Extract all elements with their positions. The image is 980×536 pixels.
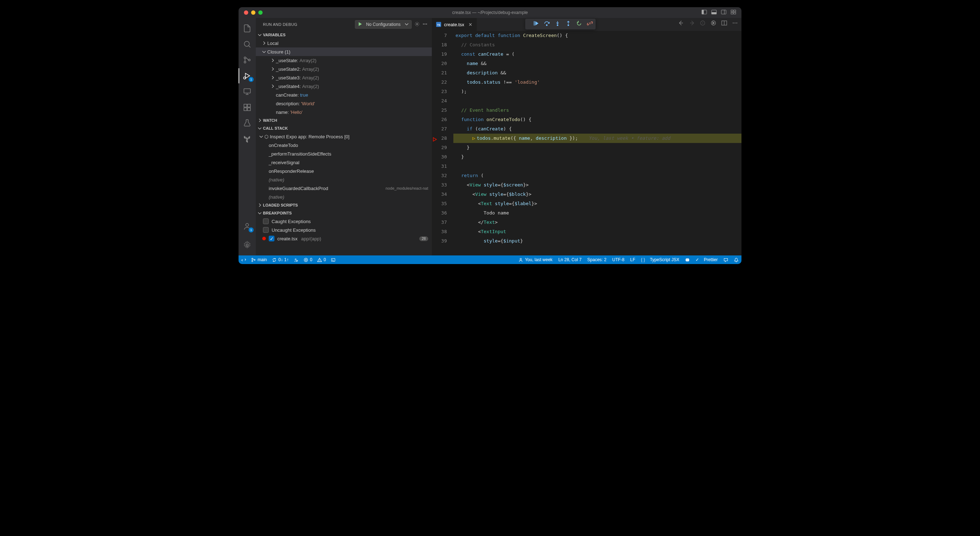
stack-frame-4[interactable]: (native) bbox=[256, 175, 432, 184]
gear-icon[interactable] bbox=[415, 22, 420, 28]
line-gutter[interactable]: 7 18 19 20 21 22 23 24 25 26 27 28 29 30… bbox=[432, 31, 453, 255]
svg-point-20 bbox=[246, 223, 248, 226]
git-sync[interactable]: 0↓ 1↑ bbox=[272, 257, 289, 262]
testing-icon[interactable] bbox=[239, 116, 256, 131]
close-window[interactable] bbox=[244, 10, 248, 15]
watch-section[interactable]: WATCH bbox=[256, 116, 432, 124]
step-out-icon[interactable] bbox=[565, 21, 571, 28]
checkbox[interactable] bbox=[263, 218, 269, 224]
remote-indicator[interactable] bbox=[242, 258, 246, 262]
search-icon[interactable] bbox=[239, 37, 256, 52]
step-over-icon[interactable] bbox=[544, 21, 550, 28]
status-bar: main 0↓ 1↑ 0 0 You, last week Ln 28, Col… bbox=[239, 255, 741, 264]
ts-file-icon: TS bbox=[436, 22, 441, 27]
restart-icon[interactable] bbox=[576, 21, 582, 28]
checkbox[interactable] bbox=[263, 227, 269, 233]
split-editor-icon[interactable] bbox=[721, 20, 727, 27]
stack-frame-2[interactable]: _receiveSignal bbox=[256, 158, 432, 167]
extensions-icon[interactable] bbox=[239, 100, 256, 115]
stack-frame-1[interactable]: _performTransitionSideEffects bbox=[256, 150, 432, 158]
more-actions-icon[interactable] bbox=[732, 20, 738, 27]
stack-frame-6[interactable]: (native) bbox=[256, 192, 432, 201]
git-blame: You, last week • feature: add bbox=[589, 135, 673, 141]
var-usestate1[interactable]: _useState: Array(2) bbox=[256, 56, 432, 65]
stack-frame-0[interactable]: onCreateTodo bbox=[256, 141, 432, 150]
tab-close-icon[interactable]: ✕ bbox=[468, 22, 473, 27]
var-usestate2[interactable]: _useState2: Array(2) bbox=[256, 65, 432, 73]
encoding[interactable]: UTF-8 bbox=[612, 257, 624, 262]
minimize-window[interactable] bbox=[251, 10, 255, 15]
var-usestate3[interactable]: _useState3: Array(2) bbox=[256, 73, 432, 82]
svg-point-48 bbox=[295, 259, 296, 260]
bp-file[interactable]: ✓ create.tsx app/(app) 28 bbox=[256, 234, 432, 243]
cursor-position[interactable]: Ln 28, Col 7 bbox=[558, 257, 582, 262]
debug-process[interactable]: ⬡Inspect Expo app: Remote Process [0] bbox=[256, 132, 432, 141]
live-share[interactable] bbox=[294, 258, 299, 262]
prettier[interactable]: ✓ Prettier bbox=[695, 257, 718, 262]
bp-caught[interactable]: Caught Exceptions bbox=[256, 217, 432, 226]
debug-toolbar[interactable] bbox=[525, 19, 596, 29]
source-control-icon[interactable] bbox=[239, 52, 256, 68]
tab-create[interactable]: TS create.tsx ✕ bbox=[432, 18, 477, 31]
more-icon[interactable] bbox=[422, 22, 428, 28]
titlebar: create.tsx — ~/Projects/debug-example bbox=[239, 7, 741, 18]
var-name[interactable]: name: 'Hello' bbox=[256, 108, 432, 116]
var-cancreate[interactable]: canCreate: true bbox=[256, 91, 432, 99]
indentation[interactable]: Spaces: 2 bbox=[587, 257, 606, 262]
start-debug-icon[interactable] bbox=[358, 22, 363, 28]
breakpoints-section[interactable]: BREAKPOINTS bbox=[256, 209, 432, 217]
scope-local[interactable]: Local bbox=[256, 39, 432, 48]
feedback-icon[interactable] bbox=[724, 258, 728, 262]
continue-icon[interactable] bbox=[533, 21, 539, 28]
svg-text:TS: TS bbox=[437, 24, 441, 26]
eol[interactable]: LF bbox=[630, 257, 635, 262]
run-file-icon[interactable] bbox=[711, 20, 716, 27]
toggle-secondary-sidebar-icon[interactable] bbox=[721, 10, 726, 16]
remote-explorer-icon[interactable] bbox=[239, 84, 256, 99]
svg-rect-16 bbox=[244, 104, 247, 107]
last-edit-icon[interactable] bbox=[700, 20, 706, 27]
debug-start-config[interactable]: No Configurations bbox=[355, 20, 412, 29]
editor: TS create.tsx ✕ bbox=[432, 18, 741, 255]
debug-console-toggle[interactable] bbox=[331, 258, 336, 262]
disconnect-icon[interactable] bbox=[587, 21, 593, 28]
svg-point-24 bbox=[425, 23, 425, 24]
svg-point-35 bbox=[546, 25, 547, 26]
breakpoint-indicator-icon[interactable] bbox=[433, 136, 438, 141]
minimap[interactable] bbox=[706, 31, 741, 103]
code-area[interactable]: 7 18 19 20 21 22 23 24 25 26 27 28 29 30… bbox=[432, 31, 741, 255]
svg-point-43 bbox=[735, 22, 736, 24]
svg-rect-18 bbox=[244, 108, 247, 111]
go-back-icon[interactable] bbox=[678, 20, 684, 27]
code-lines[interactable]: export default function CreateScreen() {… bbox=[453, 31, 741, 255]
terraform-icon[interactable] bbox=[239, 132, 256, 146]
language-mode[interactable]: { } TypeScript JSX bbox=[641, 257, 679, 262]
git-author[interactable]: You, last week bbox=[519, 257, 552, 262]
stack-frame-3[interactable]: onResponderRelease bbox=[256, 167, 432, 175]
variables-section[interactable]: VARIABLES bbox=[256, 31, 432, 39]
git-branch[interactable]: main bbox=[251, 257, 267, 262]
explorer-icon[interactable] bbox=[239, 21, 256, 36]
bp-uncaught[interactable]: Uncaught Exceptions bbox=[256, 226, 432, 234]
customize-layout-icon[interactable] bbox=[731, 10, 736, 16]
problems[interactable]: 0 0 bbox=[304, 257, 326, 262]
copilot-icon[interactable] bbox=[685, 258, 690, 262]
svg-point-23 bbox=[423, 23, 423, 24]
stack-frame-5[interactable]: invokeGuardedCallbackProdnode_modules/re… bbox=[256, 184, 432, 192]
notifications-icon[interactable] bbox=[734, 258, 738, 262]
var-usestate4[interactable]: _useState4: Array(2) bbox=[256, 82, 432, 91]
accounts-icon[interactable]: 1 bbox=[239, 219, 256, 234]
maximize-window[interactable] bbox=[258, 10, 262, 15]
svg-point-37 bbox=[568, 25, 569, 26]
loaded-scripts-section[interactable]: LOADED SCRIPTS bbox=[256, 201, 432, 209]
checkbox-checked[interactable]: ✓ bbox=[269, 236, 274, 242]
callstack-section[interactable]: CALL STACK bbox=[256, 124, 432, 132]
toggle-panel-icon[interactable] bbox=[711, 10, 717, 16]
run-debug-icon[interactable]: 1 bbox=[239, 68, 256, 83]
scope-closure[interactable]: Closure (1) bbox=[256, 48, 432, 56]
var-description[interactable]: description: 'World' bbox=[256, 99, 432, 108]
settings-gear-icon[interactable] bbox=[239, 237, 256, 253]
step-into-icon[interactable] bbox=[555, 21, 560, 28]
toggle-primary-sidebar-icon[interactable] bbox=[702, 10, 707, 16]
svg-rect-6 bbox=[731, 10, 733, 12]
